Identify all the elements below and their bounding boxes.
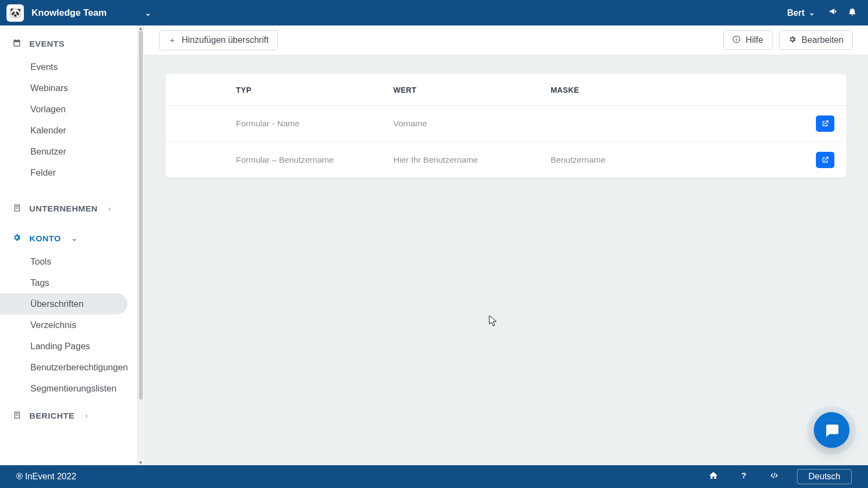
gear-icon: [12, 233, 22, 243]
calendar-icon: [12, 38, 22, 49]
cell-mask: Benutzername: [545, 142, 797, 178]
sidebar: EVENTS Events Webinars Vorlagen Kalender…: [0, 25, 137, 465]
cell-type: Formular – Benutzername: [231, 142, 388, 178]
sidebar-item-events[interactable]: Events: [0, 56, 127, 78]
action-bar: ＋ Hinzufügen überschrift ? Hilfe Bearbei…: [144, 25, 868, 55]
sidebar-item-tools[interactable]: Tools: [0, 251, 127, 272]
user-menu[interactable]: Bert ⌄: [787, 8, 815, 18]
column-header-value: WERT: [388, 74, 545, 106]
edit-row-button[interactable]: [816, 152, 834, 168]
help-button[interactable]: ? Hilfe: [723, 30, 773, 50]
building-icon: [12, 204, 22, 214]
help-icon[interactable]: ?: [729, 471, 759, 483]
code-icon[interactable]: [759, 471, 789, 483]
sidebar-section-unternehmen[interactable]: UNTERNEHMEN ›: [0, 201, 137, 217]
cell-type: Formular - Name: [231, 106, 388, 142]
sidebar-section-label: UNTERNEHMEN: [29, 204, 98, 214]
button-label: Hinzufügen überschrift: [182, 35, 269, 45]
sidebar-item-benutzer[interactable]: Benutzer: [0, 141, 127, 162]
sidebar-item-webinars[interactable]: Webinars: [0, 78, 127, 99]
sidebar-item-vorlagen[interactable]: Vorlagen: [0, 99, 127, 120]
footer: ® InEvent 2022 ? Deutsch: [0, 465, 868, 488]
chat-launcher-button[interactable]: [814, 412, 850, 448]
main-content: ＋ Hinzufügen überschrift ? Hilfe Bearbei…: [144, 25, 868, 465]
chevron-down-icon: ⌄: [72, 235, 78, 242]
sidebar-section-label: BERICHTE: [29, 411, 74, 421]
external-edit-icon: [821, 119, 829, 128]
button-label: Hilfe: [746, 35, 763, 45]
scroll-down-icon[interactable]: ▾: [138, 460, 144, 465]
sidebar-item-kalender[interactable]: Kalender: [0, 120, 127, 141]
home-icon[interactable]: [698, 471, 729, 483]
cell-value: Vorname: [388, 106, 545, 142]
external-edit-icon: [821, 156, 829, 164]
notifications-icon[interactable]: [843, 7, 861, 19]
language-label: Deutsch: [808, 472, 840, 481]
footer-copyright: ® InEvent 2022: [16, 472, 76, 481]
svg-text:?: ?: [742, 471, 746, 480]
sidebar-section-label: EVENTS: [29, 39, 65, 49]
chevron-right-icon: ›: [108, 205, 111, 213]
topbar: 🐼 Knowledge Team ⌄ Bert ⌄: [0, 0, 868, 25]
column-header-mask: MASKE: [545, 74, 797, 106]
add-heading-button[interactable]: ＋ Hinzufügen überschrift: [159, 30, 278, 50]
scrollbar-thumb[interactable]: [139, 31, 143, 400]
sidebar-item-verzeichnis[interactable]: Verzeichnis: [0, 314, 127, 336]
chevron-down-icon: ⌄: [809, 9, 815, 17]
headings-table-card: TYP WERT MASKE Formular - Name Vorname: [165, 74, 846, 178]
table-row: Formular – Benutzername Hier Ihr Benutze…: [165, 142, 846, 178]
workspace-switcher[interactable]: Knowledge Team ⌄: [31, 8, 151, 18]
svg-text:?: ?: [735, 37, 738, 42]
plus-icon: ＋: [168, 35, 176, 46]
scroll-up-icon[interactable]: ▴: [138, 25, 144, 31]
cell-value: Hier Ihr Benutzername: [388, 142, 545, 178]
workspace-name: Knowledge Team: [31, 8, 107, 18]
edit-row-button[interactable]: [816, 115, 834, 132]
sidebar-section-berichte[interactable]: BERICHTE ›: [0, 408, 137, 424]
sidebar-item-felder[interactable]: Felder: [0, 162, 127, 183]
chat-icon: [824, 422, 840, 438]
sidebar-item-landing-pages[interactable]: Landing Pages: [0, 336, 127, 357]
sidebar-section-konto[interactable]: KONTO ⌄: [0, 230, 137, 247]
chevron-down-icon: ⌄: [145, 9, 151, 17]
question-circle-icon: ?: [732, 35, 741, 45]
sidebar-section-label: KONTO: [29, 234, 61, 243]
sidebar-item-ueberschriften[interactable]: Überschriften: [0, 293, 127, 314]
sidebar-scrollbar[interactable]: ▴ ▾: [137, 25, 144, 465]
app-logo[interactable]: 🐼: [7, 4, 24, 22]
headings-table: TYP WERT MASKE Formular - Name Vorname: [165, 74, 846, 178]
chevron-right-icon: ›: [85, 412, 88, 420]
edit-button[interactable]: Bearbeiten: [779, 30, 853, 50]
user-name: Bert: [787, 8, 805, 18]
gear-icon: [788, 35, 796, 45]
cursor-icon: [489, 315, 497, 327]
cell-mask: [545, 106, 797, 142]
sidebar-section-events[interactable]: EVENTS: [0, 35, 137, 52]
announcements-icon[interactable]: [825, 7, 843, 19]
button-label: Bearbeiten: [802, 35, 844, 45]
column-header-type: TYP: [231, 74, 388, 106]
language-selector[interactable]: Deutsch: [797, 469, 852, 484]
sidebar-item-segmentierungslisten[interactable]: Segmentierungslisten: [0, 378, 127, 399]
table-row: Formular - Name Vorname: [165, 106, 846, 142]
sidebar-item-benutzerberechtigungen[interactable]: Benutzerberechtigungen: [0, 357, 127, 378]
sidebar-item-tags[interactable]: Tags: [0, 272, 127, 293]
building-icon: [12, 411, 22, 421]
